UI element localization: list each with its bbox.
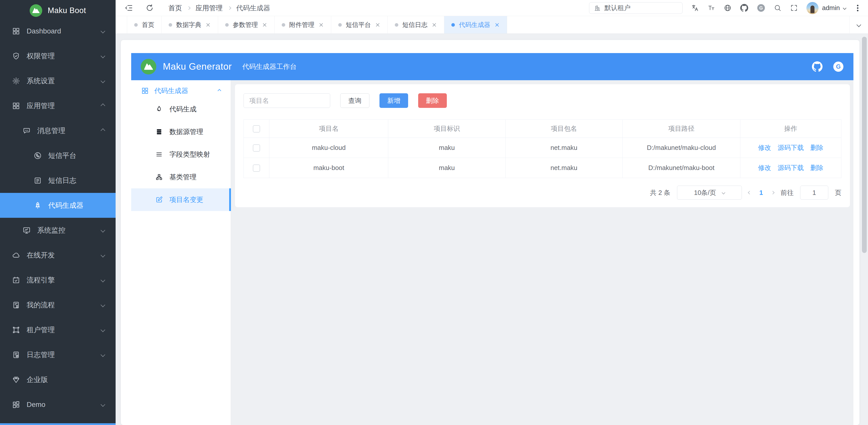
close-icon[interactable] xyxy=(375,22,380,28)
sidebar-item-code-generator[interactable]: 代码生成器 xyxy=(0,193,116,218)
tab-bar: 首页 数据字典 参数管理 附件管理 短信平台 短信日志 xyxy=(116,16,868,34)
tab-attachment-management[interactable]: 附件管理 xyxy=(275,16,331,33)
lines-icon xyxy=(155,151,163,158)
banner-links: G xyxy=(812,61,844,72)
breadcrumb-home[interactable]: 首页 xyxy=(168,3,182,12)
page-size-select[interactable]: 10条/页 xyxy=(677,186,742,200)
app-title: Maku Boot xyxy=(48,6,86,15)
cell-project-path: D:/makunet/maku-cloud xyxy=(622,138,740,158)
edit-link[interactable]: 修改 xyxy=(758,144,771,151)
total-count: 共 2 条 xyxy=(650,188,671,197)
close-icon[interactable] xyxy=(318,22,324,28)
table-row: maku-cloud maku net.maku D:/makunet/maku… xyxy=(244,138,841,158)
github-icon[interactable] xyxy=(740,4,748,12)
sidebar-item-tenant-management[interactable]: 租户管理 xyxy=(0,317,116,342)
close-icon[interactable] xyxy=(432,22,437,28)
sidebar-item-workflow-engine[interactable]: 流程引擎 xyxy=(0,267,116,292)
row-checkbox[interactable] xyxy=(253,144,260,152)
cell-project-code: maku xyxy=(388,158,505,178)
close-icon[interactable] xyxy=(494,22,500,28)
current-page[interactable]: 1 xyxy=(760,189,763,197)
menu-item-code-generation[interactable]: 代码生成 xyxy=(131,98,231,120)
more-options-icon[interactable] xyxy=(857,7,859,9)
goto-page-input[interactable] xyxy=(800,186,828,200)
search-icon[interactable] xyxy=(774,4,781,12)
page-unit-label: 页 xyxy=(835,188,841,197)
sidebar-item-system-settings[interactable]: 系统设置 xyxy=(0,68,116,93)
sidebar-bottom-accent xyxy=(0,423,116,425)
globe-icon[interactable] xyxy=(724,4,732,12)
generator-main: 查询 新增 删除 项目名 项目标识 xyxy=(231,80,854,425)
app-logo-row[interactable]: Maku Boot xyxy=(0,0,116,19)
delete-button[interactable]: 删除 xyxy=(418,93,447,108)
generator-menu-header[interactable]: 代码生成器 xyxy=(131,84,231,98)
delete-link[interactable]: 删除 xyxy=(810,144,824,151)
font-size-icon[interactable] xyxy=(707,4,715,12)
main-sidebar: Maku Boot Dashboard 权限管理 系统设置 应用管理 消息管理 … xyxy=(0,0,116,425)
gitee-icon[interactable]: G xyxy=(833,61,844,72)
tab-code-generator[interactable]: 代码生成器 xyxy=(444,16,507,33)
tab-sms-platform[interactable]: 短信平台 xyxy=(331,16,388,33)
tab-list-dropdown[interactable] xyxy=(849,16,868,33)
sidebar-item-my-workflow[interactable]: 我的流程 xyxy=(0,292,116,317)
sidebar-item-sms-log[interactable]: 短信日志 xyxy=(0,168,116,193)
translate-icon[interactable] xyxy=(691,4,699,12)
cell-project-code: maku xyxy=(388,138,505,158)
sidebar-item-dashboard[interactable]: Dashboard xyxy=(0,19,116,44)
menu-item-base-class-management[interactable]: 基类管理 xyxy=(131,166,231,188)
breadcrumb-app-management[interactable]: 应用管理 xyxy=(195,3,223,12)
tab-home[interactable]: 首页 xyxy=(127,16,162,33)
collapse-sidebar-icon[interactable] xyxy=(125,4,133,12)
sidebar-item-sms-platform[interactable]: 短信平台 xyxy=(0,143,116,168)
vertical-scrollbar[interactable] xyxy=(862,37,867,253)
header-actions: 默认租户 G ad xyxy=(589,2,861,14)
tab-parameter-management[interactable]: 参数管理 xyxy=(218,16,275,33)
gitee-icon[interactable]: G xyxy=(757,4,765,12)
close-icon[interactable] xyxy=(262,22,268,28)
sidebar-item-system-monitor[interactable]: 系统监控 xyxy=(0,218,116,243)
menu-item-datasource-management[interactable]: 数据源管理 xyxy=(131,120,231,143)
menu-item-field-type-mapping[interactable]: 字段类型映射 xyxy=(131,143,231,166)
chevron-down-icon xyxy=(857,22,861,27)
chevron-down-icon xyxy=(100,328,105,332)
source-download-link[interactable]: 源码下载 xyxy=(778,164,804,171)
sidebar-item-message-management[interactable]: 消息管理 xyxy=(0,118,116,143)
fullscreen-icon[interactable] xyxy=(790,4,798,12)
chevron-down-icon xyxy=(100,253,105,257)
user-name: admin xyxy=(822,4,840,12)
sidebar-item-online-dev[interactable]: 在线开发 xyxy=(0,243,116,267)
generator-banner: Maku Generator 代码生成器工作台 G xyxy=(131,53,854,80)
edit-link[interactable]: 修改 xyxy=(758,164,771,171)
source-download-link[interactable]: 源码下载 xyxy=(778,144,804,151)
sidebar-item-app-management[interactable]: 应用管理 xyxy=(0,93,116,118)
sidebar-item-log-management[interactable]: 日志管理 xyxy=(0,342,116,367)
sidebar-item-enterprise[interactable]: 企业版 xyxy=(0,367,116,392)
calendar-check-icon xyxy=(12,276,20,284)
main-column: 首页 应用管理 代码生成器 默认租户 G xyxy=(116,0,868,425)
tab-sms-log[interactable]: 短信日志 xyxy=(388,16,444,33)
user-menu[interactable]: admin xyxy=(806,2,846,14)
chevron-up-icon xyxy=(100,103,105,108)
project-name-input[interactable] xyxy=(244,93,330,108)
query-button[interactable]: 查询 xyxy=(340,93,369,108)
toolbar: 查询 新增 删除 xyxy=(244,93,841,108)
add-button[interactable]: 新增 xyxy=(379,93,408,108)
menu-item-project-rename[interactable]: 项目名变更 xyxy=(131,188,231,211)
tab-data-dictionary[interactable]: 数据字典 xyxy=(162,16,218,33)
select-all-checkbox[interactable] xyxy=(253,125,260,133)
sidebar-item-permissions[interactable]: 权限管理 xyxy=(0,44,116,68)
diamond-icon xyxy=(12,376,20,384)
sidebar-item-demo[interactable]: Demo xyxy=(0,392,116,417)
prev-page-icon[interactable] xyxy=(748,191,751,194)
refresh-icon[interactable] xyxy=(146,4,154,12)
chevron-down-icon xyxy=(100,54,105,58)
delete-link[interactable]: 删除 xyxy=(810,164,824,171)
tenant-select[interactable]: 默认租户 xyxy=(589,2,683,14)
row-checkbox[interactable] xyxy=(253,165,260,172)
close-icon[interactable] xyxy=(205,22,211,28)
cell-project-name: maku-cloud xyxy=(269,138,388,158)
github-icon[interactable] xyxy=(812,61,823,72)
generator-body: 代码生成器 代码生成 数据源管理 字段类 xyxy=(131,80,854,425)
next-page-icon[interactable] xyxy=(771,191,775,194)
windows-grid-icon xyxy=(12,401,20,409)
